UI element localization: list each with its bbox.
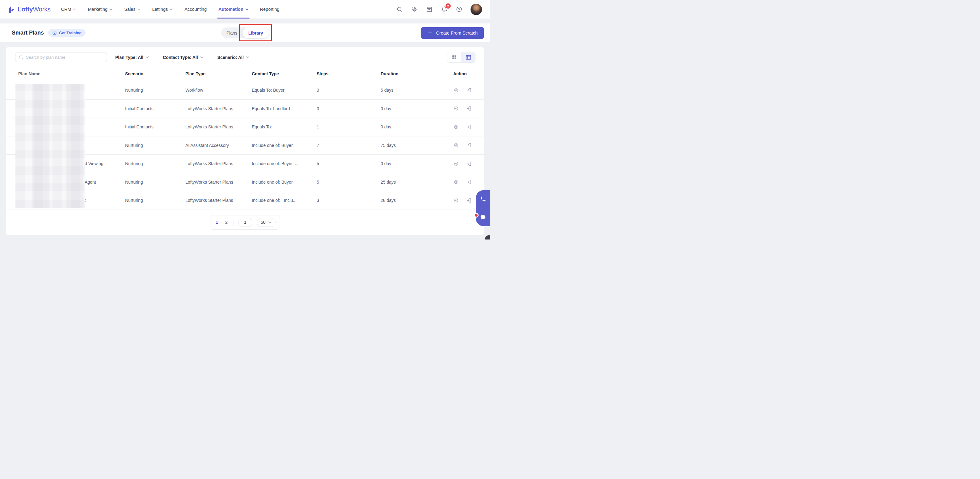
phone-icon[interactable] <box>480 196 486 202</box>
filter-plan-type[interactable]: Plan Type: All <box>115 55 149 60</box>
tab-plans[interactable]: Plans <box>221 27 243 38</box>
column-header-scenario: Scenario <box>125 71 185 76</box>
chevron-down-icon <box>73 8 76 11</box>
get-training-button[interactable]: Get Training <box>48 29 86 37</box>
duration-cell: 0 day <box>381 106 453 111</box>
main-menu: CRM Marketing Sales Lettings Accounting … <box>61 0 279 19</box>
create-from-scratch-button[interactable]: Create From Scratch <box>421 27 484 39</box>
page-button-2[interactable]: 2 <box>224 220 229 225</box>
page-title: Smart Plans <box>12 30 44 36</box>
chevron-down-icon <box>146 56 149 58</box>
duration-cell: 5 days <box>381 88 453 93</box>
import-icon[interactable] <box>466 87 472 93</box>
chevron-down-icon <box>200 56 204 58</box>
preview-eye-icon[interactable] <box>453 161 459 167</box>
search-input[interactable] <box>26 55 103 60</box>
loftyworks-logo-text: LoftyWorks <box>18 6 50 13</box>
steps-cell: 1 <box>317 124 381 129</box>
plans-table: Plan Name Scenario Plan Type Contact Typ… <box>6 67 484 210</box>
chevron-down-icon <box>246 56 249 58</box>
unread-notification-dot <box>474 213 479 217</box>
duration-cell: 25 days <box>381 179 453 184</box>
widget-divider <box>479 208 487 208</box>
loftyworks-logo[interactable]: LoftyWorks <box>8 6 50 13</box>
nav-item-crm[interactable]: CRM <box>61 0 76 19</box>
steps-cell: 5 <box>317 179 381 184</box>
table-view-icon[interactable] <box>461 52 475 62</box>
pagination: 1 2 50 <box>210 215 280 230</box>
notification-badge: 2 <box>445 3 451 9</box>
cutoff-corner-button <box>485 235 490 240</box>
import-icon[interactable] <box>466 179 472 185</box>
chevron-down-icon <box>170 8 173 11</box>
plan-type-cell: LoftyWorks Starter Plans <box>185 198 252 203</box>
nav-item-reporting[interactable]: Reporting <box>260 0 280 19</box>
import-icon[interactable] <box>466 106 472 111</box>
plan-type-cell: LoftyWorks Starter Plans <box>185 106 252 111</box>
preview-eye-icon[interactable] <box>453 106 459 111</box>
duration-cell: 75 days <box>381 143 453 148</box>
import-icon[interactable] <box>466 142 472 148</box>
action-cell <box>453 106 475 111</box>
gear-icon[interactable] <box>411 6 418 13</box>
help-icon[interactable] <box>456 6 463 13</box>
page-button-1[interactable]: 1 <box>215 220 220 225</box>
chevron-down-icon <box>137 8 140 11</box>
bell-icon[interactable]: 2 <box>441 6 448 13</box>
nav-item-accounting[interactable]: Accounting <box>185 0 207 19</box>
search-icon[interactable] <box>396 6 403 13</box>
column-header-plan-name: Plan Name <box>15 71 125 76</box>
filter-toolbar: Plan Type: All Contact Type: All Scenari… <box>6 47 484 67</box>
tab-library[interactable]: Library <box>243 27 269 38</box>
scenario-cell: Nurturing <box>125 88 185 93</box>
column-header-duration: Duration <box>381 71 453 76</box>
action-cell <box>453 124 475 130</box>
floating-contact-widget <box>476 190 490 226</box>
import-icon[interactable] <box>466 198 472 203</box>
duration-cell: 0 day <box>381 124 453 129</box>
preview-eye-icon[interactable] <box>453 142 459 148</box>
preview-eye-icon[interactable] <box>453 179 459 185</box>
grid-view-icon[interactable] <box>447 52 461 62</box>
plan-type-cell: AI Assistant Accessory <box>185 143 252 148</box>
contact-type-cell: Include one of: ; Inclu... <box>252 198 317 203</box>
scenario-cell: Initial Contacts <box>125 106 185 111</box>
chevron-down-icon <box>268 221 272 224</box>
column-header-steps: Steps <box>317 71 381 76</box>
inbox-icon[interactable] <box>426 6 433 13</box>
preview-eye-icon[interactable] <box>453 87 459 93</box>
steps-cell: 0 <box>317 106 381 111</box>
plan-type-cell: LoftyWorks Starter Plans <box>185 161 252 166</box>
contact-type-cell: Include one of: Buyer <box>252 179 317 184</box>
steps-cell: 5 <box>317 161 381 166</box>
contact-type-cell: Include one of: Buyer <box>252 143 317 148</box>
contact-type-cell: Equals To: <box>252 124 317 129</box>
chevron-down-icon <box>245 8 248 11</box>
nav-item-lettings[interactable]: Lettings <box>152 0 173 19</box>
loftyworks-logo-icon <box>8 6 16 13</box>
column-header-plan-type: Plan Type <box>185 71 252 76</box>
nav-item-sales[interactable]: Sales <box>124 0 140 19</box>
preview-eye-icon[interactable] <box>453 198 459 203</box>
top-navigation-bar: LoftyWorks CRM Marketing Sales Lettings … <box>0 0 490 19</box>
nav-utilities: 2 <box>396 4 482 15</box>
nav-item-marketing[interactable]: Marketing <box>88 0 113 19</box>
plan-type-cell: LoftyWorks Starter Plans <box>185 124 252 129</box>
plan-type-cell: Workflow <box>185 88 252 93</box>
preview-eye-icon[interactable] <box>453 124 459 130</box>
chevron-down-icon <box>109 8 113 11</box>
steps-cell: 7 <box>317 143 381 148</box>
nav-item-automation[interactable]: Automation <box>218 0 248 19</box>
page-jump-input[interactable] <box>239 218 252 227</box>
filter-contact-type[interactable]: Contact Type: All <box>163 55 204 60</box>
pagination-divider <box>234 219 234 225</box>
page-size-select[interactable]: 50 <box>257 218 276 227</box>
filter-scenario[interactable]: Scenario: All <box>218 55 249 60</box>
import-icon[interactable] <box>466 161 472 167</box>
duration-cell: 28 days <box>381 198 453 203</box>
contact-type-cell: Equals To: Buyer <box>252 88 317 93</box>
import-icon[interactable] <box>466 124 472 130</box>
column-header-action: Action <box>453 71 475 76</box>
avatar[interactable] <box>471 4 482 15</box>
chat-icon[interactable] <box>480 214 486 220</box>
